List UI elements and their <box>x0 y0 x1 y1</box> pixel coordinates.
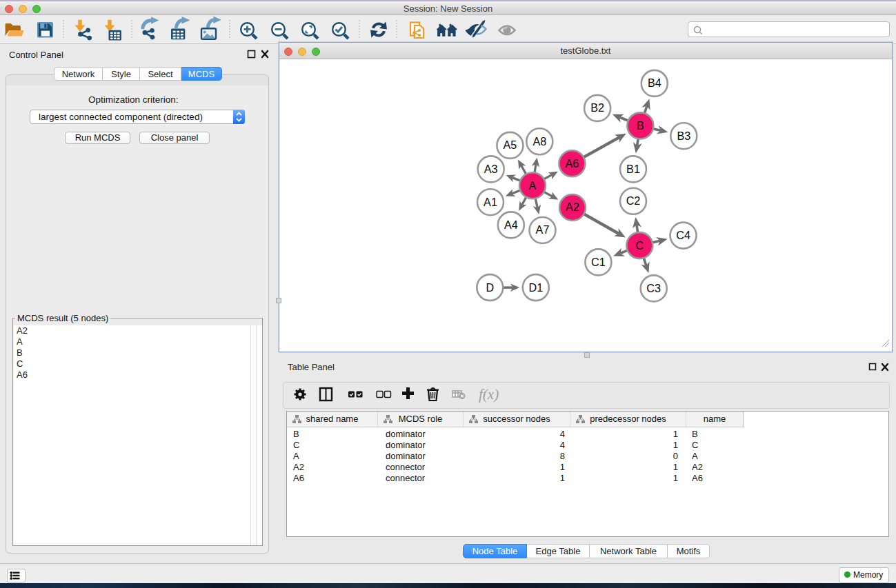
svg-text:D1: D1 <box>528 281 543 294</box>
svg-text:A4: A4 <box>504 219 518 231</box>
svg-text:D: D <box>486 281 494 294</box>
svg-text:C4: C4 <box>676 229 690 241</box>
svg-text:B3: B3 <box>677 130 690 142</box>
svg-text:B: B <box>637 119 644 132</box>
svg-text:A2: A2 <box>566 201 579 213</box>
svg-text:A6: A6 <box>565 157 579 170</box>
svg-text:C3: C3 <box>646 282 661 294</box>
svg-text:C1: C1 <box>591 256 606 268</box>
svg-text:B1: B1 <box>626 163 640 175</box>
svg-text:A: A <box>529 179 537 192</box>
svg-text:C2: C2 <box>626 194 641 207</box>
svg-text:A7: A7 <box>536 223 550 236</box>
svg-text:C: C <box>635 239 644 252</box>
svg-text:A8: A8 <box>532 135 546 148</box>
svg-text:A3: A3 <box>484 163 498 175</box>
svg-text:f(x): f(x) <box>479 386 499 403</box>
svg-text:B4: B4 <box>648 77 661 89</box>
svg-text:A1: A1 <box>484 196 497 208</box>
svg-text:B2: B2 <box>590 101 604 114</box>
svg-text:A5: A5 <box>503 139 517 151</box>
